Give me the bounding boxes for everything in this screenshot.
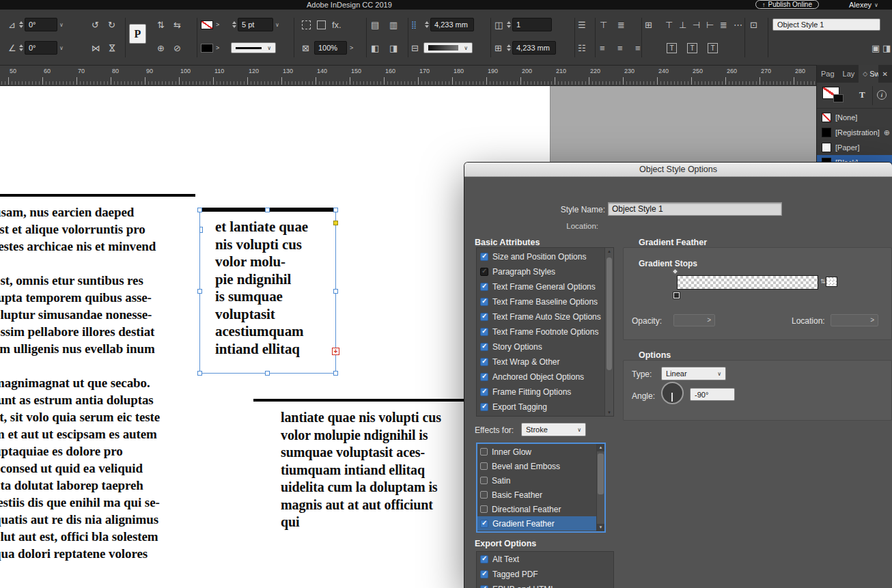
basic-attribute-item[interactable]: Text Frame Footnote Options bbox=[477, 324, 604, 339]
export-option-item[interactable]: Tagged PDF bbox=[477, 567, 613, 582]
reference-point-icon[interactable]: ⊡ bbox=[750, 20, 757, 29]
gap-height-field[interactable]: 4,233 mm bbox=[505, 39, 556, 57]
select-container-icon[interactable]: ⊕ bbox=[157, 44, 165, 53]
basic-attribute-item-checkbox[interactable] bbox=[480, 343, 488, 351]
stroke-weight-field[interactable]: 5 pt ∨ bbox=[231, 16, 279, 33]
stepper-icon[interactable] bbox=[18, 41, 24, 55]
effect-item-checkbox[interactable] bbox=[480, 520, 488, 528]
info-icon[interactable]: i bbox=[877, 90, 887, 100]
distribute-lines-icon[interactable]: ≡ bbox=[617, 44, 623, 53]
align-top-icon[interactable]: ⊤ bbox=[600, 20, 607, 29]
effect-item[interactable]: Gradient Feather bbox=[477, 516, 596, 531]
more-options-icon[interactable]: ⋯ bbox=[734, 20, 742, 29]
publish-online-button[interactable]: ↑ Publish Online bbox=[755, 0, 819, 9]
basic-attribute-item[interactable]: Text Wrap & Other bbox=[477, 354, 604, 369]
columns-field[interactable]: 1 bbox=[505, 16, 552, 33]
chevron-right-icon[interactable]: > bbox=[216, 21, 219, 28]
effect-item-checkbox[interactable] bbox=[480, 491, 488, 499]
basic-attribute-item-checkbox[interactable] bbox=[480, 268, 488, 276]
effect-item[interactable]: Bevel and Emboss bbox=[477, 459, 596, 473]
basic-attributes-scrollbar[interactable]: ▲ ▼ bbox=[604, 248, 613, 416]
corner-options-handle[interactable] bbox=[333, 221, 338, 225]
basic-attributes-list[interactable]: Size and Position OptionsParagraph Style… bbox=[476, 247, 614, 417]
rotation-angle-field[interactable]: 0° ∨ bbox=[18, 16, 64, 33]
basic-attribute-item[interactable]: Frame Fitting Options bbox=[477, 384, 604, 400]
export-option-item[interactable]: EPUB and HTML bbox=[477, 582, 613, 588]
effects-scrollbar[interactable]: ▲ ▼ bbox=[596, 444, 604, 531]
effect-item[interactable]: Directional Feather bbox=[477, 502, 596, 516]
paragraph-rule-bottom[interactable] bbox=[253, 399, 469, 402]
text-color-icon[interactable]: T bbox=[859, 89, 865, 100]
panel-dock-icon[interactable]: ▣ bbox=[872, 44, 880, 53]
chevron-down-icon[interactable]: ∨ bbox=[59, 45, 64, 51]
distribute-lines-icon[interactable]: ≡ bbox=[600, 44, 605, 53]
effect-style-dropdown[interactable]: ∨ bbox=[423, 39, 473, 57]
swatch-item-none[interactable]: [None] bbox=[817, 110, 892, 125]
distribute-icon[interactable]: ≣ bbox=[720, 20, 727, 29]
text-columns-icon[interactable]: ▤ bbox=[371, 20, 379, 29]
fill-proxy-swatch[interactable] bbox=[833, 94, 844, 102]
stroke-color-none-swatch[interactable] bbox=[201, 20, 213, 29]
effect-item-checkbox[interactable] bbox=[480, 477, 488, 484]
chevron-right-icon[interactable]: > bbox=[350, 44, 353, 51]
text-in-port[interactable] bbox=[199, 227, 203, 233]
flip-horizontal-icon[interactable]: ⋈ bbox=[92, 44, 100, 53]
grid-view-icon[interactable]: ☷ bbox=[578, 44, 586, 53]
basic-attribute-item-checkbox[interactable] bbox=[480, 388, 488, 396]
horizontal-spacing-icon[interactable]: ⇆ bbox=[173, 20, 181, 29]
text-wrap-none-icon[interactable]: ◧ bbox=[371, 44, 379, 53]
paragraph-style-badge[interactable]: P bbox=[129, 24, 146, 44]
text-wrap-icon[interactable]: ◨ bbox=[389, 44, 398, 53]
gradient-ramp[interactable] bbox=[677, 275, 818, 290]
vertical-spacing-icon[interactable]: ⇅ bbox=[157, 20, 165, 29]
selection-handle-top-right[interactable] bbox=[333, 208, 338, 212]
basic-attribute-item-checkbox[interactable] bbox=[480, 373, 488, 381]
reverse-gradient-icon[interactable] bbox=[826, 277, 837, 287]
swatch-item-paper[interactable]: [Paper] bbox=[817, 140, 892, 155]
panel-collapse-icon[interactable]: ◨ bbox=[882, 44, 891, 53]
angle-input[interactable]: -90° bbox=[690, 388, 735, 401]
align-right-edges-icon[interactable]: ⊢ bbox=[706, 20, 714, 29]
basic-attribute-item[interactable]: Text Frame Auto Size Options bbox=[477, 309, 604, 324]
list-view-icon[interactable]: ☰ bbox=[578, 20, 586, 29]
basic-attribute-item[interactable]: Export Tagging bbox=[477, 400, 604, 415]
stepper-icon[interactable] bbox=[505, 18, 512, 31]
corner-options-icon[interactable] bbox=[302, 20, 311, 29]
rotate-cw-icon[interactable]: ↻ bbox=[108, 20, 115, 29]
scrollbar-thumb[interactable] bbox=[598, 453, 604, 494]
stepper-icon[interactable] bbox=[423, 18, 430, 31]
style-name-input[interactable]: Object Style 1 bbox=[608, 202, 782, 216]
gradient-midpoint-marker[interactable] bbox=[672, 268, 679, 275]
scroll-down-icon[interactable]: ▼ bbox=[597, 524, 604, 531]
effect-item-checkbox[interactable] bbox=[480, 462, 488, 470]
stroke-weight-value[interactable]: 5 pt bbox=[238, 18, 273, 31]
opacity-value[interactable]: 100% bbox=[314, 41, 347, 55]
gap-width-field[interactable]: 4,233 mm bbox=[423, 16, 474, 33]
basic-attribute-item[interactable]: Text Frame Baseline Options bbox=[477, 294, 604, 309]
export-options-list[interactable]: Alt TextTagged PDFEPUB and HTML bbox=[476, 551, 614, 588]
shear-angle-field[interactable]: 0° ∨ bbox=[18, 39, 64, 57]
shear-angle-value[interactable]: 0° bbox=[25, 41, 57, 55]
gradient-stop-marker[interactable] bbox=[673, 292, 680, 298]
left-text-column[interactable]: usam, nus earcien daepedest et alique vo… bbox=[0, 205, 199, 563]
effect-item[interactable]: Inner Glow bbox=[477, 445, 596, 459]
text-frame-icon[interactable]: ▥ bbox=[389, 20, 398, 29]
stepper-icon[interactable] bbox=[231, 18, 237, 31]
chevron-down-icon[interactable]: ∨ bbox=[59, 22, 64, 28]
export-option-item-checkbox[interactable] bbox=[480, 585, 488, 588]
dialog-titlebar[interactable]: Object Style Options bbox=[464, 163, 892, 177]
align-bottom-edges-icon[interactable]: ⊥ bbox=[679, 20, 686, 29]
chevron-right-icon[interactable]: > bbox=[216, 44, 219, 51]
basic-attribute-item-checkbox[interactable] bbox=[480, 313, 488, 321]
scroll-down-icon[interactable]: ▼ bbox=[605, 410, 613, 415]
paragraph-rule-top[interactable] bbox=[0, 194, 195, 197]
selected-frame-text[interactable]: et lantiate quaenis volupti cusvolor mol… bbox=[215, 219, 308, 358]
grid-icon[interactable]: ⊞ bbox=[645, 20, 652, 29]
gap-width-value[interactable]: 4,233 mm bbox=[430, 18, 474, 31]
basic-attribute-item[interactable]: Paragraph Styles bbox=[477, 264, 604, 279]
stroke-style-dropdown[interactable]: ∨ bbox=[231, 39, 276, 57]
scroll-up-icon[interactable]: ▲ bbox=[597, 444, 604, 451]
basic-attribute-item[interactable]: Text Frame General Options bbox=[477, 279, 604, 294]
effects-for-dropdown[interactable]: Stroke ∨ bbox=[521, 423, 586, 436]
stepper-icon[interactable] bbox=[18, 18, 24, 31]
